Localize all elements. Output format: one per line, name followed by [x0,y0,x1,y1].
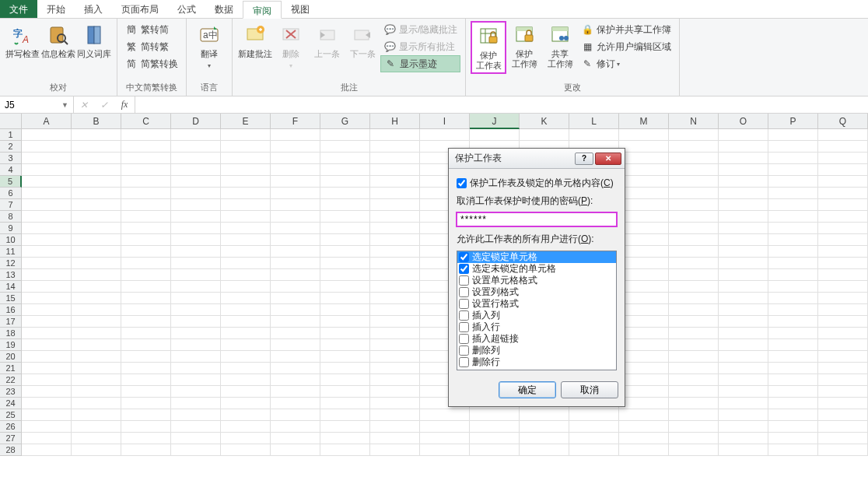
cell[interactable] [320,386,370,398]
spell-check-button[interactable]: 字A 拼写检查 [5,21,40,61]
cell[interactable] [320,421,370,433]
showhide-comment-button[interactable]: 💬显示/隐藏批注 [380,21,460,38]
cell[interactable] [72,246,121,258]
cell[interactable] [171,199,221,211]
cell[interactable] [22,398,72,409]
cell[interactable] [320,293,370,304]
cell[interactable] [171,444,221,456]
cell[interactable] [22,258,72,269]
cell[interactable] [669,258,719,269]
cell[interactable] [320,164,370,176]
cell[interactable] [72,374,121,386]
cell[interactable] [470,409,520,421]
password-input[interactable] [457,212,617,226]
cell[interactable] [72,141,121,153]
col-header-C[interactable]: C [121,114,171,129]
cell[interactable] [271,176,320,188]
cell[interactable] [221,293,271,304]
cell[interactable] [271,316,320,328]
cell[interactable] [818,246,868,258]
cell[interactable] [271,293,320,304]
cell[interactable] [619,398,669,409]
cell[interactable] [370,421,420,433]
cell[interactable] [768,141,818,153]
col-header-Q[interactable]: Q [818,114,868,129]
cell[interactable] [669,328,719,339]
cell[interactable] [271,234,320,246]
cell[interactable] [121,293,171,304]
cell[interactable] [719,188,768,199]
cell[interactable] [669,176,719,188]
cell[interactable] [669,141,719,153]
cell[interactable] [520,409,569,421]
cell[interactable] [171,211,221,223]
cell[interactable] [271,444,320,456]
permission-item[interactable]: 设置列格式 [457,286,616,298]
cell[interactable] [72,164,121,176]
row-header-11[interactable]: 11 [0,246,22,258]
cell[interactable] [619,129,669,141]
cell[interactable] [370,246,420,258]
cell[interactable] [22,153,72,164]
cell[interactable] [768,293,818,304]
cell[interactable] [719,246,768,258]
cell[interactable] [121,444,171,456]
cell[interactable] [171,433,221,444]
cell[interactable] [320,398,370,409]
protect-workbook-button[interactable]: 保护 工作簿 [506,21,542,71]
cell[interactable] [221,141,271,153]
cell[interactable] [768,339,818,351]
row-header-2[interactable]: 2 [0,141,22,153]
cell[interactable] [271,188,320,199]
cell[interactable] [768,258,818,269]
cell[interactable] [221,374,271,386]
cell[interactable] [22,281,72,293]
cell[interactable] [619,164,669,176]
cell[interactable] [22,374,72,386]
st-button[interactable]: 简简繁转换 [122,55,181,72]
cell[interactable] [768,304,818,316]
prev-comment-button[interactable]: 上一条 [309,21,345,61]
cell[interactable] [370,363,420,374]
cell[interactable] [768,211,818,223]
cell[interactable] [221,176,271,188]
cell[interactable] [818,351,868,363]
cell[interactable] [719,339,768,351]
cell[interactable] [520,421,569,433]
cell[interactable] [221,363,271,374]
show-ink-button[interactable]: ✎显示墨迹 [380,55,460,72]
cell[interactable] [370,398,420,409]
cell[interactable] [22,363,72,374]
cell[interactable] [171,269,221,281]
cell[interactable] [320,444,370,456]
cell[interactable] [320,281,370,293]
cell[interactable] [669,281,719,293]
permission-item[interactable]: 插入行 [457,321,616,333]
cell[interactable] [619,269,669,281]
cell[interactable] [719,223,768,234]
cell[interactable] [171,234,221,246]
cell[interactable] [768,363,818,374]
cell[interactable] [221,258,271,269]
cell[interactable] [818,211,868,223]
cell[interactable] [619,363,669,374]
cell[interactable] [221,409,271,421]
permission-checkbox[interactable] [459,334,469,344]
cell[interactable] [569,409,619,421]
permissions-listbox[interactable]: 选定锁定单元格选定未锁定的单元格设置单元格格式设置列格式设置行格式插入列插入行插… [457,251,617,370]
cell[interactable] [719,258,768,269]
cell[interactable] [719,153,768,164]
cell[interactable] [619,328,669,339]
cell[interactable] [619,433,669,444]
cell[interactable] [619,316,669,328]
cell[interactable] [271,129,320,141]
cell[interactable] [619,153,669,164]
cell[interactable] [669,351,719,363]
cell[interactable] [719,421,768,433]
cell[interactable] [370,164,420,176]
tab-view[interactable]: 视图 [282,0,319,18]
cell[interactable] [271,433,320,444]
cell[interactable] [768,234,818,246]
cell[interactable] [818,421,868,433]
cell[interactable] [370,258,420,269]
